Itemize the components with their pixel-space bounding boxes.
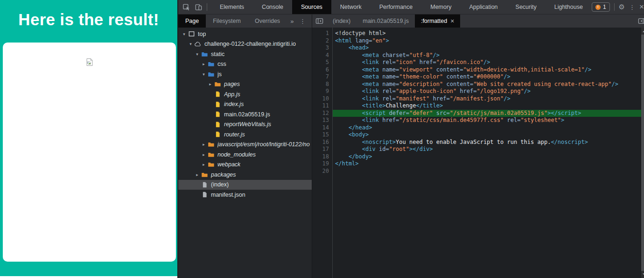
tab-label: Console	[262, 4, 283, 10]
code-line-8[interactable]: 8 <meta name="description" content="Web …	[312, 81, 641, 88]
js-file-icon	[214, 121, 221, 128]
panel-tab-network[interactable]: Network	[331, 0, 371, 14]
tree-item-label: App.js	[224, 91, 240, 98]
js-file-icon	[214, 91, 221, 98]
tree-item-static[interactable]: ▾static	[178, 49, 312, 59]
scroll-down-icon[interactable]	[641, 271, 644, 278]
code-line-17[interactable]: 17 <div id="root"></div>	[312, 146, 641, 153]
code-line-text: <meta name="description" content="Web si…	[332, 81, 641, 88]
line-number: 1	[312, 30, 332, 37]
scrollbar-thumb[interactable]	[641, 35, 644, 271]
tree-item-packages[interactable]: ▸packages	[178, 170, 312, 180]
panel-tab-performance[interactable]: Performance	[371, 0, 422, 14]
device-toolbar-icon[interactable]	[195, 3, 203, 11]
collapsed-arrow-icon[interactable]: ▸	[201, 142, 207, 147]
expand-arrow-icon[interactable]: ▾	[194, 52, 200, 57]
page-horizontal-scrollbar[interactable]	[0, 276, 177, 278]
editor-tab-index[interactable]: (index)	[327, 14, 357, 28]
editor-tab-main-02a05519-js[interactable]: main.02a05519.js	[357, 14, 415, 28]
tree-item-label: node_modules	[217, 151, 256, 158]
editor-scrollbar[interactable]	[641, 28, 644, 278]
panel-tab-elements[interactable]: Elements	[211, 0, 253, 14]
panel-tab-console[interactable]: Console	[253, 0, 292, 14]
code-line-1[interactable]: 1<!doctype html>	[312, 30, 641, 37]
code-line-12[interactable]: 12 <script defer="defer" src="/static/js…	[312, 110, 641, 117]
code-line-text	[332, 168, 641, 175]
code-line-15[interactable]: 15 <body>	[312, 131, 641, 139]
close-devtools-icon[interactable]: ×	[639, 2, 644, 12]
code-area[interactable]: 1<!doctype html>2<html lang="en">3 <head…	[312, 28, 641, 278]
tree-item-label: js	[217, 71, 222, 78]
tree-item-webpack[interactable]: ▸webpack	[178, 160, 312, 170]
line-number: 8	[312, 81, 332, 88]
issues-badge[interactable]: ! 1	[592, 2, 610, 12]
expand-arrow-icon[interactable]: ▾	[181, 32, 187, 36]
code-line-text: <link rel="manifest" href="/manifest.jso…	[332, 95, 641, 103]
navigator-tab-overrides[interactable]: Overrides	[248, 14, 287, 28]
collapsed-arrow-icon[interactable]: ▸	[201, 152, 207, 157]
line-number: 7	[312, 73, 332, 81]
tree-item-router-js[interactable]: router.js	[178, 129, 312, 140]
code-line-18[interactable]: 18 </body>	[312, 153, 641, 161]
collapsed-arrow-icon[interactable]: ▸	[201, 62, 207, 66]
code-line-20[interactable]: 20	[312, 168, 641, 175]
tree-item-app-js[interactable]: App.js	[178, 89, 312, 100]
tree-item-css[interactable]: ▸css	[178, 59, 312, 70]
gutter-divider	[332, 28, 333, 278]
code-line-19[interactable]: 19</html>	[312, 160, 641, 168]
code-line-16[interactable]: 16 <noscript>You need to enable JavaScri…	[312, 139, 641, 146]
code-line-14[interactable]: 14 </head>	[312, 124, 641, 132]
panel-tab-sources[interactable]: Sources	[292, 0, 331, 14]
scroll-up-icon[interactable]	[641, 28, 644, 35]
panel-tab-security[interactable]: Security	[507, 0, 546, 14]
tree-item-manifest-json[interactable]: manifest.json	[178, 190, 312, 200]
collapsed-arrow-icon[interactable]: ▸	[194, 172, 200, 177]
tree-item-index[interactable]: (index)	[178, 180, 312, 190]
tree-item-label: javascript/esm|/root/Intigriti-0122/no	[217, 141, 310, 148]
editor-tab-formatted[interactable]: :formatted×	[415, 14, 460, 28]
code-line-6[interactable]: 6 <meta name="viewport" content="width=d…	[312, 66, 641, 74]
navigator-tab-filesystem[interactable]: Filesystem	[206, 14, 248, 28]
more-options-icon[interactable]: ⋮	[629, 4, 635, 11]
close-tab-icon[interactable]: ×	[450, 17, 454, 25]
code-line-13[interactable]: 13 <link href="/static/css/main.de45977f…	[312, 117, 641, 124]
code-line-5[interactable]: 5 <link rel="icon" href="/favicon.ico"/>	[312, 59, 641, 66]
code-line-text: <div id="root"></div>	[332, 146, 641, 153]
line-number: 19	[312, 160, 332, 168]
tree-item-javascript-esm-root-intigriti-0122-no[interactable]: ▸javascript/esm|/root/Intigriti-0122/no	[178, 140, 312, 150]
navigator-tab-page[interactable]: Page	[178, 14, 206, 28]
code-line-9[interactable]: 9 <link rel="apple-touch-icon" href="/lo…	[312, 88, 641, 95]
more-tabs-chevron-icon[interactable]: »	[287, 14, 297, 28]
domain-cloud-icon	[194, 40, 202, 48]
tree-item-js[interactable]: ▾js	[178, 69, 312, 79]
code-line-10[interactable]: 10 <link rel="manifest" href="/manifest.…	[312, 95, 641, 103]
tree-item-index-js[interactable]: index.js	[178, 100, 312, 110]
code-line-4[interactable]: 4 <meta charset="utf-8"/>	[312, 52, 641, 59]
expand-arrow-icon[interactable]: ▾	[188, 42, 194, 46]
tree-item-node-modules[interactable]: ▸node_modules	[178, 150, 312, 160]
panel-tab-application[interactable]: Application	[460, 0, 506, 14]
code-line-3[interactable]: 3 <head>	[312, 44, 641, 52]
navigator-menu-icon[interactable]: ⋮	[300, 14, 312, 28]
expand-arrow-icon[interactable]: ▾	[201, 72, 207, 77]
panel-tab-lighthouse[interactable]: Lighthouse	[546, 0, 592, 14]
line-number: 3	[312, 44, 332, 52]
line-number: 9	[312, 88, 332, 95]
tree-item-pages[interactable]: ▸pages	[178, 79, 312, 90]
toggle-navigator-icon[interactable]	[315, 18, 323, 24]
code-line-11[interactable]: 11 <title>Challenge</title>	[312, 102, 641, 110]
toggle-debugger-sidebar-icon[interactable]	[638, 18, 644, 24]
code-line-7[interactable]: 7 <meta name="theme-color" content="#000…	[312, 73, 641, 81]
tree-item-main-02a05519-js[interactable]: main.02a05519.js	[178, 109, 312, 120]
inspect-element-icon[interactable]	[182, 3, 190, 11]
collapsed-arrow-icon[interactable]: ▸	[207, 82, 213, 86]
code-line-text: </body>	[332, 153, 641, 161]
tree-item-reportwebvitals-js[interactable]: reportWebVitals.js	[178, 120, 312, 130]
tree-item-challenge-0122-challenge-intigriti-io[interactable]: ▾challenge-0122-challenge.intigriti.io	[178, 39, 312, 50]
collapsed-arrow-icon[interactable]: ▸	[201, 162, 207, 167]
tab-label: :formatted	[421, 18, 447, 24]
panel-tab-memory[interactable]: Memory	[421, 0, 460, 14]
code-line-2[interactable]: 2<html lang="en">	[312, 37, 641, 45]
tree-item-top[interactable]: ▾top	[178, 29, 312, 39]
settings-gear-icon[interactable]: ⚙	[619, 3, 625, 11]
